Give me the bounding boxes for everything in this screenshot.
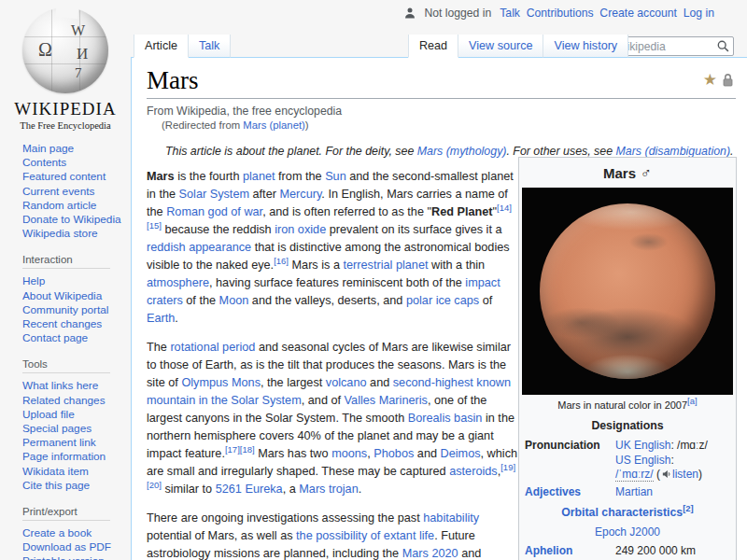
tab-talk[interactable]: Talk (189, 35, 231, 58)
wiki-link[interactable]: reddish appearance (147, 241, 251, 254)
sidebar-item-community-portal[interactable]: Community portal (22, 303, 108, 316)
wiki-link[interactable]: Mars (planet) (243, 119, 305, 131)
sidebar-item-what-links-here[interactable]: What links here (22, 379, 98, 392)
wiki-link[interactable]: Olympus Mons (181, 376, 261, 389)
wikipedia-page: Ω W И 7 WIKIPEDIA The Free Encyclopedia … (0, 0, 747, 560)
sidebar-item-about-wikipedia[interactable]: About Wikipedia (22, 289, 102, 302)
wiki-link[interactable]: rotational period (170, 341, 255, 354)
sidebar-item-permanent-link[interactable]: Permanent link (22, 436, 96, 449)
sidebar-item-related-changes[interactable]: Related changes (22, 394, 106, 407)
sidebar-item-wikipedia-store[interactable]: Wikipedia store (22, 227, 98, 240)
personal-link-contributions[interactable]: Contributions (527, 7, 594, 20)
wiki-link[interactable]: Mars (mythology) (417, 145, 507, 158)
wiki-link[interactable]: Epoch J2000 (595, 525, 660, 539)
wiki-link[interactable]: Sun (325, 170, 346, 183)
infobox-row-adjectives: AdjectivesMartian (522, 483, 733, 501)
wiki-link[interactable]: Mars (disambiguation) (616, 145, 731, 158)
wikipedia-logo[interactable]: Ω W И 7 WIKIPEDIA The Free Encyclopedia (7, 7, 124, 131)
text: Mars is a (289, 259, 344, 272)
text: . (175, 312, 178, 325)
portal-heading: Print/export (22, 506, 110, 521)
sidebar-item-recent-changes[interactable]: Recent changes (22, 317, 102, 330)
text: after (249, 188, 279, 201)
wiki-link[interactable]: Moon (219, 294, 249, 307)
text: . For other uses, see (506, 145, 615, 158)
page-protected-lock-icon[interactable] (722, 73, 734, 87)
sidebar-item-random-article[interactable]: Random article (22, 199, 96, 212)
tab-label[interactable]: View source (469, 39, 532, 52)
sidebar-item-page-information[interactable]: Page information (22, 450, 106, 463)
wiki-link[interactable]: moons (331, 447, 367, 460)
sidebar-item-contents[interactable]: Contents (22, 156, 66, 169)
sidebar-item-download-as-pdf[interactable]: Download as PDF (22, 540, 111, 553)
wiki-link[interactable]: Orbital characteristics (561, 506, 683, 519)
globe-glyph: W (71, 22, 85, 39)
sidebar-item-main-page[interactable]: Main page (22, 142, 74, 155)
personal-link-create-account[interactable]: Create account (599, 7, 677, 20)
wiki-link[interactable]: Borealis basin (408, 412, 483, 425)
tab-view-source[interactable]: View source (458, 35, 543, 58)
sidebar-item-contact-page[interactable]: Contact page (22, 331, 88, 344)
wiki-link[interactable]: polar ice caps (406, 294, 479, 307)
sidebar-item-current-events[interactable]: Current events (22, 185, 94, 198)
tab-label[interactable]: Article (145, 39, 177, 52)
sidebar-item-upload-file[interactable]: Upload file (22, 408, 75, 421)
title-row: Mars ★ (147, 66, 736, 99)
tab-label[interactable]: View history (554, 39, 617, 52)
wiki-link[interactable]: habitability (423, 511, 479, 525)
wiki-link[interactable]: Mars trojan (299, 483, 358, 496)
tab-label[interactable]: Read (419, 39, 447, 52)
wiki-link[interactable]: Earth (147, 312, 175, 325)
sidebar-item-wikidata-item[interactable]: Wikidata item (22, 465, 89, 478)
wiki-link[interactable]: Valles Marineris (345, 394, 428, 407)
wiki-link[interactable]: Mars 2020 (402, 547, 458, 560)
wiki-link[interactable]: planet (243, 170, 275, 183)
wiki-link[interactable]: UK English (615, 439, 670, 452)
personal-link-log-in[interactable]: Log in (684, 7, 714, 20)
wiki-link[interactable]: Roman god of war (166, 205, 262, 218)
sidebar-item-featured-content[interactable]: Featured content (22, 170, 106, 183)
featured-article-star-icon[interactable]: ★ (703, 72, 717, 88)
speaker-icon (662, 469, 671, 479)
tab-view-history[interactable]: View history (543, 35, 628, 58)
sidebar-list-item: Random article (22, 199, 131, 213)
wiki-link[interactable]: /ˈmɑːrz/ (615, 468, 654, 482)
sidebar-item-help[interactable]: Help (22, 274, 45, 287)
reference-link[interactable]: [16] (274, 256, 289, 266)
personal-link-talk[interactable]: Talk (500, 7, 520, 20)
wiki-link[interactable]: US English (615, 454, 670, 467)
tab-article[interactable]: Article (134, 35, 189, 58)
reference-link[interactable]: [2] (683, 503, 694, 513)
search-icon[interactable] (717, 40, 729, 52)
listen-link[interactable]: listen (660, 468, 698, 481)
wiki-link[interactable]: the possibility of extant life (296, 529, 434, 542)
wiki-link[interactable]: volcano (326, 376, 367, 389)
infobox-label-link[interactable]: Adjectives (525, 485, 581, 498)
reference-link[interactable]: [a] (687, 397, 698, 407)
text: ( (654, 468, 660, 481)
wiki-link[interactable]: 5261 Eureka (216, 483, 283, 496)
wiki-link[interactable]: Deimos (441, 447, 481, 460)
infobox-label-link[interactable]: Aphelion (525, 544, 572, 557)
sidebar-item-special-pages[interactable]: Special pages (22, 422, 92, 435)
portal-heading: Interaction (22, 254, 110, 269)
tab-label[interactable]: Talk (199, 39, 219, 52)
logo-tagline: The Free Encyclopedia (7, 120, 124, 131)
wiki-link[interactable]: Martian (615, 485, 653, 498)
wiki-link[interactable]: Mercury (279, 188, 321, 201)
text: Mars has two (255, 447, 332, 460)
wiki-link[interactable]: Solar System (179, 188, 249, 201)
sidebar-item-cite-this-page[interactable]: Cite this page (22, 479, 90, 492)
wiki-link[interactable]: atmosphere (147, 276, 209, 289)
wiki-link[interactable]: asteroids (449, 465, 497, 478)
wiki-link[interactable]: Phobos (374, 447, 414, 460)
mars-photo[interactable] (522, 188, 733, 395)
reference-link[interactable]: [17][18] (225, 444, 255, 455)
tab-read[interactable]: Read (408, 35, 458, 58)
sidebar-item-create-a-book[interactable]: Create a book (22, 526, 92, 539)
sidebar-item-donate-to-wikipedia[interactable]: Donate to Wikipedia (22, 213, 121, 226)
text: The (147, 341, 170, 354)
wiki-link[interactable]: terrestrial planet (344, 259, 429, 272)
wiki-link[interactable]: iron oxide (275, 223, 326, 236)
sidebar-item-printable-version[interactable]: Printable version (22, 554, 105, 560)
